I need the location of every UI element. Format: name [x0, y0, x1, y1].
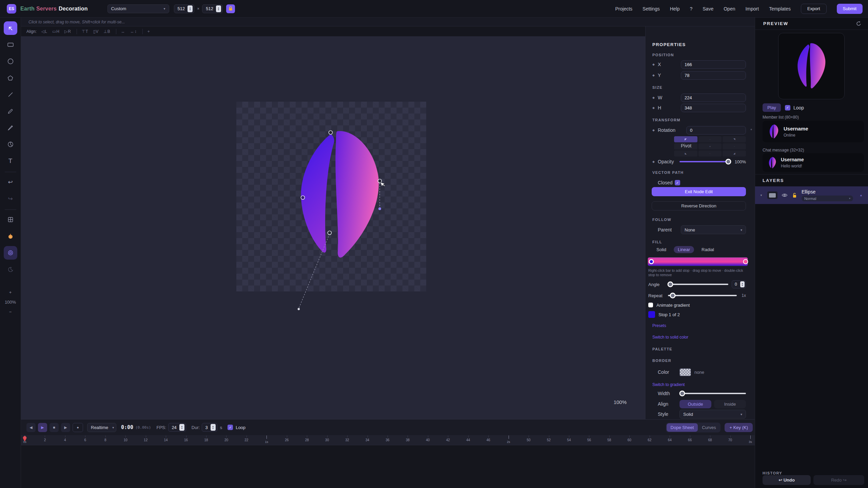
menu-settings[interactable]: Settings [643, 6, 660, 12]
bezier-handle-point[interactable] [378, 207, 381, 210]
pivot-bottom-left[interactable]: ◣ [674, 150, 697, 157]
play-pause-button[interactable]: ▶ [38, 423, 47, 432]
width-stepper[interactable]: ▲▼ [188, 5, 193, 12]
keyframe-diamond-icon[interactable]: ◆ [652, 74, 658, 77]
center-canvas-button[interactable]: + [147, 29, 150, 34]
playback-speed-select[interactable]: Realtime ▾ [87, 423, 116, 432]
keyframe-diamond-icon[interactable]: ◆ [652, 96, 658, 99]
switch-to-solid-link[interactable]: Switch to solid color [652, 335, 688, 340]
opacity-slider[interactable] [679, 161, 730, 162]
angle-input[interactable]: 0 ▲▼ [732, 280, 746, 288]
height-stepper[interactable]: ▲▼ [216, 5, 221, 12]
keyframe-diamond-icon[interactable]: ◆ [652, 63, 658, 66]
animate-gradient-checkbox[interactable] [648, 303, 653, 307]
switch-to-gradient-link[interactable]: Switch to gradient [652, 382, 685, 387]
border-width-slider[interactable] [679, 393, 746, 394]
presets-link[interactable]: Presets [652, 323, 666, 328]
zoom-in-button[interactable]: + [9, 290, 12, 295]
angle-slider[interactable] [668, 284, 728, 285]
border-width-knob[interactable] [679, 391, 685, 396]
menu-save[interactable]: Save [703, 6, 713, 12]
keyframe-diamond-icon[interactable]: ◆ [652, 160, 658, 163]
redo-tool[interactable]: ↪ [4, 192, 17, 205]
align-hcenter-button[interactable]: ▭H [52, 29, 60, 34]
dope-sheet-tab[interactable]: Dope Sheet [667, 423, 698, 432]
preset-select[interactable]: Custom ▾ [107, 4, 169, 13]
refresh-icon[interactable] [856, 21, 861, 26]
zoom-out-button[interactable]: − [9, 309, 12, 314]
align-bottom-button[interactable]: ⊥B [103, 29, 110, 34]
opacity-slider-knob[interactable] [726, 159, 731, 165]
snap-target-toggle[interactable] [4, 246, 17, 260]
repeat-slider[interactable] [668, 295, 737, 296]
keyframe-diamond-icon[interactable]: ◆ [652, 128, 658, 132]
fps-stepper[interactable]: ▲▼ [179, 424, 184, 431]
y-input[interactable]: 78 [681, 71, 746, 80]
menu-import[interactable]: Import [745, 6, 759, 12]
align-vcenter-button[interactable]: ▯V [93, 29, 99, 34]
pivot-mid-right[interactable]: · [723, 143, 746, 149]
canvas-height-input[interactable]: 512 ▲▼ [202, 4, 223, 13]
menu-help[interactable]: Help [670, 6, 680, 12]
select-tool[interactable] [4, 21, 17, 35]
h-input[interactable]: 348 [681, 104, 746, 112]
timeline-loop-checkbox[interactable]: ✓ [228, 425, 233, 430]
curves-tab[interactable]: Curves [698, 423, 720, 432]
gradient-stop[interactable] [743, 259, 748, 264]
bezier-handle-point[interactable] [298, 308, 300, 310]
next-frame-button[interactable]: ▶ [61, 423, 70, 432]
stretch-horizontal-button[interactable]: ↔ [121, 29, 125, 34]
layer-name[interactable]: Ellipse [802, 189, 853, 195]
export-button[interactable]: Export [801, 4, 827, 14]
prev-frame-button[interactable]: ◀ [26, 423, 36, 432]
preview-loop-checkbox[interactable]: ✓ [785, 105, 790, 110]
duration-input[interactable]: 3 ▲▼ [202, 423, 217, 432]
closed-checkbox[interactable]: ✓ [675, 180, 680, 185]
lock-open-icon[interactable] [792, 193, 797, 198]
duration-stepper[interactable]: ▲▼ [211, 424, 216, 431]
timeline-ruler[interactable]: 0s2468101214161820221s262830323436384042… [21, 435, 755, 445]
brush-tool[interactable] [4, 121, 17, 135]
arc-tool[interactable] [4, 138, 17, 151]
angle-slider-knob[interactable] [668, 282, 673, 287]
menu-shortcuts[interactable]: ? [690, 6, 692, 12]
polygon-tool[interactable] [4, 71, 17, 85]
border-style-select[interactable]: Solid ▾ [679, 410, 746, 419]
dope-sheet-track-area[interactable] [21, 445, 755, 488]
repeat-slider-knob[interactable] [670, 293, 676, 299]
x-input[interactable]: 166 [681, 60, 746, 69]
stop-color-swatch[interactable] [648, 311, 655, 318]
dark-mode-toggle[interactable] [4, 263, 17, 276]
pivot-top-left[interactable]: ◤ [674, 136, 697, 142]
canvas-width-input[interactable]: 512 ▲▼ [174, 4, 195, 13]
move-layer-up-icon[interactable]: ▲ [860, 194, 863, 197]
redo-button[interactable]: Redo ↪ [813, 475, 864, 485]
aspect-lock-button[interactable] [226, 4, 235, 13]
rectangle-tool[interactable] [4, 38, 17, 52]
fill-tab-solid[interactable]: Solid [652, 246, 670, 253]
blend-mode-select[interactable]: Normal ▾ [802, 196, 853, 201]
fill-tab-linear[interactable]: Linear [674, 246, 694, 253]
stretch-both-button[interactable]: ↔↕ [130, 29, 137, 34]
path-node[interactable] [329, 131, 333, 135]
path-node[interactable] [301, 196, 305, 200]
gradient-stop-selected[interactable] [649, 259, 654, 264]
grid-toggle[interactable] [4, 213, 17, 226]
pivot-bottom-right[interactable]: ◢ [723, 150, 746, 157]
play-button[interactable]: Play [763, 103, 781, 112]
line-tool[interactable] [4, 88, 17, 101]
menu-templates[interactable]: Templates [769, 6, 791, 12]
path-node[interactable] [378, 179, 382, 183]
menu-projects[interactable]: Projects [615, 6, 633, 12]
pivot-top-right[interactable]: ◥ [723, 136, 746, 142]
add-key-button[interactable]: + Key (K) [725, 423, 753, 432]
angle-stepper[interactable]: ▲▼ [740, 281, 745, 287]
menu-open[interactable]: Open [724, 6, 735, 12]
canvas-viewport[interactable]: 100% [21, 37, 645, 419]
text-tool[interactable]: T [4, 154, 17, 168]
keyframe-diamond-icon[interactable]: ◆ [652, 106, 658, 109]
pivot-bottom-center[interactable]: · [698, 150, 722, 157]
record-button[interactable]: ● [73, 423, 83, 432]
fill-tab-radial[interactable]: Radial [697, 246, 718, 253]
border-align-inside[interactable]: Inside [714, 400, 746, 408]
